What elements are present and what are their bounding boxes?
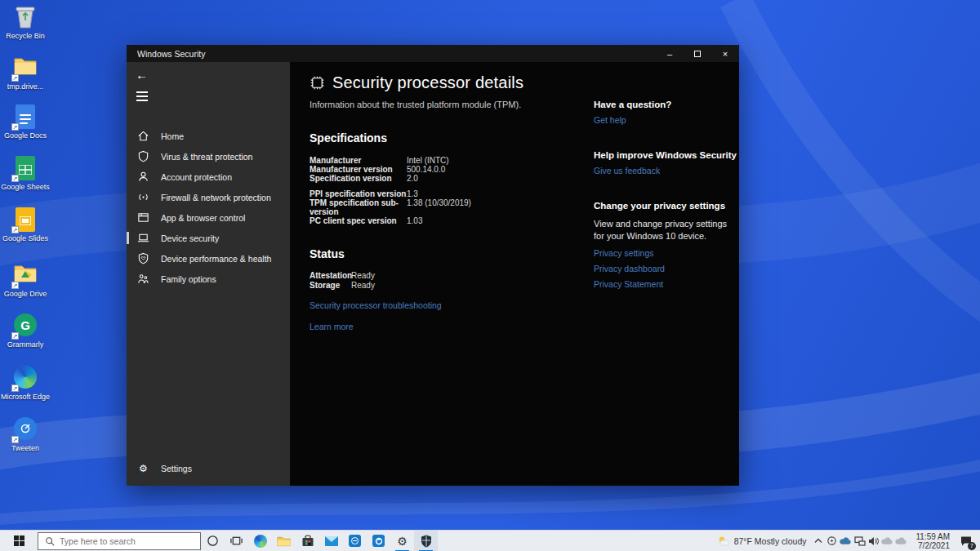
security-processor-troubleshooting-link[interactable]: Security processor troubleshooting [310, 300, 583, 310]
status-row: AttestationReady [310, 271, 583, 280]
taskbar-app-blue-globe[interactable] [367, 531, 390, 551]
taskbar-search[interactable] [38, 532, 201, 550]
taskbar-app-edge[interactable] [248, 531, 272, 551]
sidebar-item-virus-threat-protection[interactable]: Virus & threat protection [127, 146, 290, 167]
menu-toggle-button[interactable] [136, 91, 148, 104]
status-row: StorageReady [310, 281, 583, 290]
taskbar-app-blue-circle[interactable] [343, 531, 367, 551]
taskbar-app-file-explorer[interactable] [272, 531, 296, 551]
home-icon [137, 130, 149, 142]
tray-onedrive[interactable] [839, 531, 853, 551]
network-icon [854, 536, 866, 546]
privacy-statement-link[interactable]: Privacy Statement [594, 279, 739, 289]
shortcut-arrow-icon: ↗ [11, 74, 19, 82]
blue-circle-app-icon [349, 535, 361, 547]
desktop-icon-grammarly[interactable]: G ↗ Grammarly [0, 313, 51, 349]
blue-globe-app-icon [372, 535, 385, 547]
desktop-icon-google-sheets[interactable]: ↗ Google Sheets [0, 156, 51, 191]
tray-network[interactable] [853, 531, 866, 551]
tweeten-icon: ↗ [13, 417, 38, 442]
action-center-button[interactable]: 7 [956, 531, 977, 551]
folder-icon: ↗ [13, 56, 38, 80]
get-help-link[interactable]: Get help [594, 115, 739, 125]
shortcut-arrow-icon: ↗ [11, 226, 19, 233]
sidebar-item-firewall-network-protection[interactable]: Firewall & network protection [127, 187, 290, 207]
desktop-icon-label: Tweeten [0, 444, 51, 452]
desktop-icon-microsoft-edge[interactable]: ↗ Microsoft Edge [0, 365, 51, 401]
sidebar-item-device-security[interactable]: Device security [127, 228, 290, 248]
task-view-icon [230, 535, 243, 547]
sidebar: ← Home Virus & threat protection [127, 62, 290, 486]
tpm-chip-icon [310, 75, 325, 91]
desktop-icon-tmp-drive[interactable]: ↗ tmp.drive... [0, 54, 51, 91]
gear-icon: ⚙ [137, 463, 149, 474]
desktop-icon-google-slides[interactable]: ↗ Google Slides [0, 207, 51, 242]
sidebar-item-app-browser-control[interactable]: App & browser control [127, 207, 290, 228]
desktop-icon-label: Grammarly [0, 340, 51, 349]
tray-cloud-1[interactable] [880, 531, 894, 551]
minimize-button[interactable]: – [656, 45, 684, 62]
shortcut-arrow-icon: ↗ [11, 123, 19, 131]
shortcut-arrow-icon: ↗ [11, 384, 19, 392]
app-window-icon [137, 211, 149, 224]
file-explorer-icon [277, 535, 291, 547]
learn-more-link[interactable]: Learn more [310, 322, 583, 331]
weather-text: 87°F Mostly cloudy [734, 536, 807, 546]
help-improve-heading: Help improve Windows Security [594, 150, 739, 160]
cloud-blue-icon [840, 537, 852, 545]
privacy-settings-body: View and change privacy settings for you… [594, 218, 739, 242]
have-a-question-heading: Have a question? [594, 100, 739, 109]
taskbar-weather-widget[interactable]: 87°F Mostly cloudy [712, 535, 812, 547]
window-titlebar[interactable]: Windows Security – × [127, 45, 739, 62]
desktop-icon-label: Microsoft Edge [0, 393, 51, 401]
taskbar-app-settings[interactable]: ⚙ [390, 531, 414, 551]
tray-cloud-2[interactable] [894, 531, 908, 551]
sidebar-item-settings[interactable]: ⚙ Settings [127, 458, 290, 478]
help-panel: Have a question? Get help Help improve W… [594, 100, 739, 289]
desktop-icon-label: Google Slides [0, 234, 51, 242]
maximize-button[interactable] [684, 45, 711, 62]
tray-volume[interactable] [866, 531, 880, 551]
maximize-icon [694, 51, 701, 57]
privacy-dashboard-link[interactable]: Privacy dashboard [594, 264, 739, 273]
give-us-feedback-link[interactable]: Give us feedback [594, 166, 739, 176]
task-view-button[interactable] [225, 531, 248, 551]
windows-logo-icon [14, 535, 24, 546]
sidebar-item-device-performance-health[interactable]: Device performance & health [127, 248, 290, 269]
spec-row: Manufacturer version500.14.0.0 [310, 165, 583, 174]
taskbar-app-mail[interactable] [319, 531, 343, 551]
windows-security-window: Windows Security – × ← Home [127, 45, 739, 486]
taskbar-app-windows-security[interactable] [414, 531, 438, 551]
sidebar-item-home[interactable]: Home [127, 126, 290, 146]
desktop-icon-google-docs[interactable]: ↗ Google Docs [0, 104, 51, 140]
grammarly-icon: G ↗ [13, 313, 38, 338]
taskbar-clock[interactable]: 11:59 AM 7/2/2021 [915, 532, 950, 550]
heart-shield-icon [137, 252, 149, 264]
desktop-icon-label: Google Docs [0, 131, 51, 140]
desktop-icon-google-drive[interactable]: ↗ Google Drive [0, 261, 51, 298]
shield-icon [137, 150, 149, 162]
show-hidden-icons-button[interactable] [811, 531, 825, 551]
desktop-icon-label: Google Sheets [0, 183, 51, 191]
sidebar-item-account-protection[interactable]: Account protection [127, 167, 290, 187]
google-slides-icon: ↗ [13, 207, 38, 232]
google-sheets-icon: ↗ [13, 156, 38, 180]
microsoft-store-icon [301, 535, 314, 547]
search-input[interactable] [60, 536, 182, 546]
cortana-button[interactable] [201, 531, 225, 551]
taskbar-app-microsoft-store[interactable] [296, 531, 319, 551]
back-button[interactable]: ← [136, 68, 148, 82]
sidebar-item-family-options[interactable]: Family options [127, 269, 290, 289]
start-button[interactable] [0, 531, 38, 551]
clock-date: 7/2/2021 [915, 541, 950, 550]
person-icon [137, 171, 149, 183]
desktop-icon-tweeten[interactable]: ↗ Tweeten [0, 416, 51, 452]
window-title: Windows Security [137, 49, 205, 59]
desktop-icon-recycle-bin[interactable]: Recycle Bin [0, 5, 51, 40]
close-button[interactable]: × [711, 45, 739, 62]
tray-update-status[interactable] [825, 531, 839, 551]
status-heading: Status [310, 247, 583, 260]
gear-icon: ⚙ [397, 535, 408, 548]
privacy-settings-link[interactable]: Privacy settings [594, 248, 739, 258]
system-tray: 87°F Mostly cloudy [712, 531, 980, 551]
